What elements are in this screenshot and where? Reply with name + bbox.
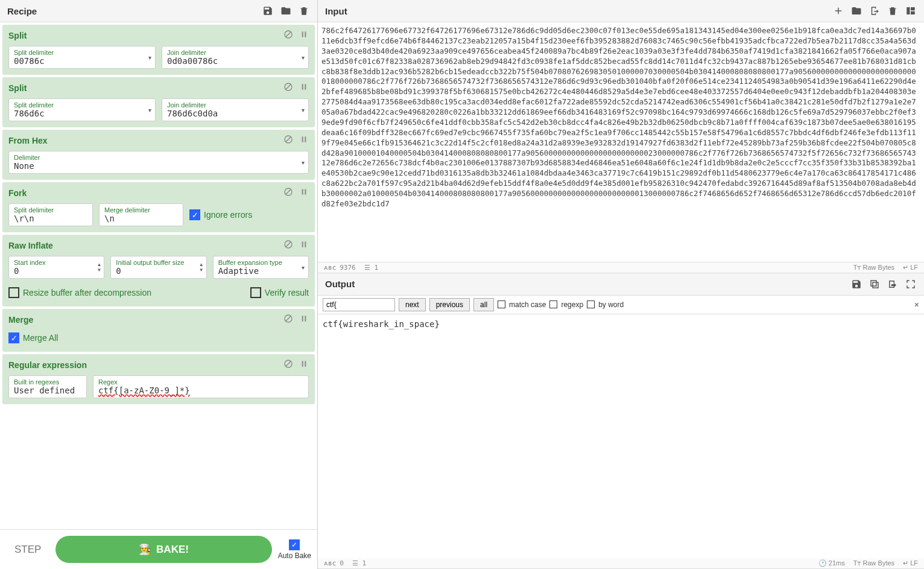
next-button[interactable]: next	[399, 298, 426, 311]
close-icon[interactable]: ×	[914, 300, 919, 310]
layout-icon[interactable]	[905, 5, 917, 17]
pause-icon[interactable]	[299, 82, 309, 94]
checkbox-unchecked-icon	[250, 287, 261, 298]
time-indicator: 🕑 21ms	[818, 559, 845, 567]
svg-rect-11	[305, 136, 306, 142]
regexp-check[interactable]	[549, 300, 557, 308]
start-index-field[interactable]: Start index 0 ▲▼	[8, 256, 104, 279]
builtin-regex-field[interactable]: Built in regexes User defined	[8, 375, 87, 398]
svg-line-9	[286, 137, 291, 142]
disable-icon[interactable]	[283, 314, 293, 325]
trash-icon[interactable]	[887, 5, 899, 17]
chevron-down-icon[interactable]: ▾	[302, 264, 305, 271]
disable-icon[interactable]	[283, 359, 293, 370]
pause-icon[interactable]	[299, 187, 309, 199]
ignore-errors-check[interactable]: ✓ Ignore errors	[189, 206, 309, 224]
verify-result-check[interactable]: Verify result	[250, 287, 309, 298]
svg-rect-29	[911, 7, 915, 10]
svg-rect-30	[911, 11, 915, 14]
chevron-down-icon[interactable]: ▾	[302, 107, 305, 113]
step-button[interactable]: STEP	[6, 538, 49, 562]
disable-icon[interactable]	[283, 82, 293, 94]
checkbox-checked-icon: ✓	[289, 539, 300, 550]
by-word-check[interactable]	[587, 300, 595, 308]
op-split-1: Split Split delimiter 00786c ▾ Join deli…	[2, 25, 315, 75]
input-header: Input	[318, 0, 924, 22]
pause-icon[interactable]	[299, 314, 309, 325]
svg-rect-6	[302, 84, 303, 89]
join-delimiter-field[interactable]: Join delimiter 786d6c0d0a ▾	[162, 98, 309, 121]
add-icon[interactable]	[832, 5, 844, 17]
all-button[interactable]: all	[473, 298, 494, 311]
buffer-expansion-field[interactable]: Buffer expansion type Adaptive ▾	[213, 256, 309, 279]
svg-line-5	[286, 84, 291, 89]
disable-icon[interactable]	[283, 30, 293, 41]
input-status: ᴀʙᴄ 9376 ☰ 1 Tᴛ Raw Bytes ↵ LF	[318, 262, 924, 273]
disable-icon[interactable]	[283, 187, 293, 199]
regex-field[interactable]: Regex ctf{[a-zA-Z0-9_]*}	[93, 375, 309, 398]
recipe-footer: STEP 👨‍🍳 BAKE! ✓ Auto Bake	[0, 529, 317, 569]
input-text[interactable]: 786c2f64726177696e67732f64726177696e6731…	[318, 22, 924, 262]
svg-line-17	[286, 242, 291, 247]
resize-buffer-check[interactable]: Resize buffer after decompression	[8, 287, 151, 298]
svg-line-1	[286, 32, 291, 37]
chef-icon: 👨‍🍳	[139, 543, 151, 556]
spinner-icon[interactable]: ▲▼	[199, 262, 204, 273]
spinner-icon[interactable]: ▲▼	[97, 262, 101, 273]
encoding-indicator[interactable]: Tᴛ Raw Bytes	[853, 264, 894, 272]
disable-icon[interactable]	[283, 135, 293, 146]
pause-icon[interactable]	[299, 135, 309, 146]
svg-rect-19	[305, 241, 306, 247]
eol-indicator[interactable]: ↵ LF	[903, 264, 918, 272]
copy-icon[interactable]	[869, 278, 881, 290]
svg-rect-10	[302, 136, 303, 142]
recipe-body: Split Split delimiter 00786c ▾ Join deli…	[0, 22, 317, 529]
match-case-check[interactable]	[498, 300, 505, 308]
split-delimiter-field[interactable]: Split delimiter 786d6c ▾	[8, 98, 156, 121]
encoding-indicator[interactable]: Tᴛ Raw Bytes	[853, 559, 894, 567]
op-regex: Regular expression Built in regexes User…	[2, 354, 315, 404]
pause-icon[interactable]	[299, 240, 309, 251]
split-delimiter-field[interactable]: Split delimiter 00786c ▾	[8, 46, 156, 69]
checkbox-checked-icon: ✓	[189, 209, 200, 220]
autobake-toggle[interactable]: ✓ Auto Bake	[278, 539, 311, 560]
recipe-title: Recipe	[7, 6, 37, 16]
svg-rect-18	[302, 241, 303, 247]
fork-merge-field[interactable]: Merge delimiter \n	[99, 203, 183, 226]
svg-rect-27	[305, 361, 306, 366]
search-input[interactable]	[323, 298, 395, 311]
recipe-header: Recipe	[0, 0, 317, 22]
chevron-down-icon[interactable]: ▾	[148, 107, 151, 113]
input-title: Input	[325, 6, 347, 16]
pause-icon[interactable]	[299, 30, 309, 41]
delimiter-field[interactable]: Delimiter None ▾	[8, 151, 309, 174]
output-text[interactable]: ctf{wireshark_in_space}	[318, 314, 924, 558]
folder-icon[interactable]	[280, 5, 292, 17]
previous-button[interactable]: previous	[429, 298, 470, 311]
pause-icon[interactable]	[299, 359, 309, 370]
op-raw-inflate: Raw Inflate Start index 0 ▲▼ Initial out…	[2, 235, 315, 307]
svg-rect-7	[305, 84, 306, 89]
trash-icon[interactable]	[298, 5, 310, 17]
output-buffer-field[interactable]: Initial output buffer size 0 ▲▼	[110, 256, 206, 279]
join-delimiter-field[interactable]: Join delimiter 0d0a00786c ▾	[162, 46, 309, 69]
chevron-down-icon[interactable]: ▾	[302, 54, 305, 61]
move-to-input-icon[interactable]	[887, 278, 899, 290]
checkbox-checked-icon: ✓	[8, 332, 19, 343]
bake-button[interactable]: 👨‍🍳 BAKE!	[55, 536, 271, 563]
fullscreen-icon[interactable]	[905, 278, 917, 290]
disable-icon[interactable]	[283, 240, 293, 251]
chevron-down-icon[interactable]: ▾	[302, 159, 305, 166]
svg-rect-26	[302, 361, 303, 366]
merge-all-check[interactable]: ✓ Merge All	[8, 332, 58, 343]
save-output-icon[interactable]	[850, 278, 862, 290]
open-folder-icon[interactable]	[850, 5, 862, 17]
eol-indicator[interactable]: ↵ LF	[903, 559, 918, 567]
svg-line-13	[286, 189, 291, 194]
svg-line-21	[286, 316, 291, 321]
import-icon[interactable]	[869, 5, 881, 17]
chevron-down-icon[interactable]: ▾	[148, 54, 151, 61]
svg-rect-14	[302, 189, 303, 194]
fork-split-field[interactable]: Split delimiter \r\n	[8, 203, 93, 226]
save-icon[interactable]	[262, 5, 274, 17]
